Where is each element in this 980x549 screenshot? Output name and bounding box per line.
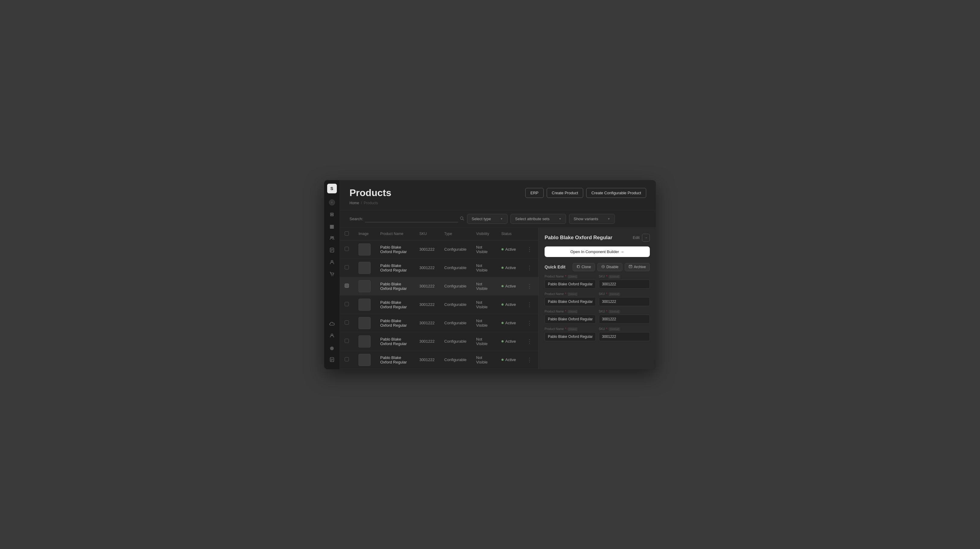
select-all-header bbox=[340, 228, 354, 240]
sku-input[interactable] bbox=[599, 297, 650, 306]
product-name-field: Product Name * [Store] bbox=[544, 310, 596, 324]
breadcrumb-home[interactable]: Home bbox=[350, 201, 359, 205]
sidebar-item-profile[interactable] bbox=[326, 331, 337, 342]
product-thumbnail bbox=[358, 317, 371, 329]
person-icon bbox=[330, 260, 334, 266]
toolbar: Search: Select type ▼ Select attribute s… bbox=[340, 210, 656, 228]
table-row: Pablo Blake Oxford Regular 3001222 Confi… bbox=[340, 350, 538, 369]
sidebar-item-cart[interactable] bbox=[326, 269, 337, 280]
select-attribute-sets-dropdown[interactable]: Select attribute sets ▼ bbox=[511, 214, 566, 224]
svg-line-15 bbox=[463, 219, 464, 220]
status-text: Active bbox=[505, 339, 516, 344]
store-scope-tag: [Store] bbox=[568, 310, 578, 313]
row-checkbox[interactable] bbox=[345, 339, 349, 343]
grid-icon: ⊞ bbox=[330, 212, 334, 217]
required-indicator: * bbox=[606, 275, 607, 278]
sidebar-item-grid[interactable]: ⊞ bbox=[326, 209, 337, 220]
sidebar-item-person[interactable] bbox=[326, 257, 337, 268]
page-title: Products bbox=[350, 187, 391, 199]
row-more-actions-button[interactable]: ⋮ bbox=[526, 282, 533, 291]
sidebar-item-users[interactable] bbox=[326, 233, 337, 244]
panel-navigate-button[interactable]: → bbox=[642, 234, 650, 242]
panel-title: Pablo Blake Oxford Regular bbox=[544, 235, 612, 241]
required-indicator: * bbox=[606, 310, 607, 313]
select-all-checkbox[interactable] bbox=[345, 231, 349, 236]
sidebar-item-reports[interactable] bbox=[326, 355, 337, 366]
product-name-input[interactable] bbox=[544, 315, 596, 324]
row-actions-cell: ⋮ bbox=[521, 350, 538, 369]
sku-input[interactable] bbox=[599, 280, 650, 289]
create-product-button[interactable]: Create Product bbox=[547, 188, 583, 198]
svg-rect-16 bbox=[578, 266, 579, 268]
svg-point-7 bbox=[331, 275, 332, 276]
sidebar-item-cloud[interactable] bbox=[326, 318, 337, 329]
sidebar-item-dashboard[interactable]: ▦ bbox=[326, 221, 337, 232]
disable-button[interactable]: Disable bbox=[597, 263, 622, 271]
visibility-column-header: Visibility bbox=[471, 228, 496, 240]
clone-button[interactable]: Clone bbox=[573, 263, 595, 271]
status-dot bbox=[501, 340, 504, 342]
row-checkbox[interactable] bbox=[345, 247, 349, 251]
product-name-cell: Pablo Blake Oxford Regular bbox=[375, 350, 415, 369]
archive-button[interactable]: Archive bbox=[625, 263, 650, 271]
product-thumbnail bbox=[358, 243, 371, 256]
row-checkbox[interactable] bbox=[345, 283, 349, 288]
product-name-label: Product Name * [Store] bbox=[544, 275, 596, 278]
quick-edit-section: Quick Edit Clone bbox=[544, 263, 650, 341]
sku-cell: 3001222 bbox=[415, 332, 440, 350]
product-name-input[interactable] bbox=[544, 332, 596, 341]
breadcrumb-current: Products bbox=[364, 201, 378, 205]
sku-label: SKU * [Global] bbox=[599, 327, 650, 331]
row-checkbox[interactable] bbox=[345, 302, 349, 306]
row-actions-cell: ⋮ bbox=[521, 240, 538, 258]
global-scope-tag: [Global] bbox=[608, 327, 620, 331]
panel-edit-link[interactable]: Edit bbox=[633, 235, 640, 240]
sidebar-item-documents[interactable] bbox=[326, 245, 337, 256]
quick-edit-title: Quick Edit bbox=[544, 264, 565, 269]
status-text: Active bbox=[505, 302, 516, 307]
create-configurable-button[interactable]: Create Configurable Product bbox=[586, 188, 646, 198]
search-input[interactable] bbox=[365, 215, 458, 222]
products-table: Image Product Name SKU Type Visibility S… bbox=[340, 228, 538, 369]
sidebar-toggle[interactable]: ⬤ bbox=[326, 343, 337, 353]
row-checkbox[interactable] bbox=[345, 265, 349, 269]
cloud-icon bbox=[329, 321, 335, 327]
row-more-actions-button[interactable]: ⋮ bbox=[526, 300, 533, 309]
document-icon bbox=[330, 248, 334, 254]
users-icon bbox=[329, 236, 334, 242]
row-more-actions-button[interactable]: ⋮ bbox=[526, 355, 533, 364]
product-image-cell bbox=[354, 314, 375, 332]
chevron-down-icon: ▼ bbox=[558, 217, 562, 221]
product-image-cell bbox=[354, 240, 375, 258]
product-image-cell bbox=[354, 295, 375, 314]
status-column-header: Status bbox=[496, 228, 521, 240]
sku-field: SKU * [Global] bbox=[599, 275, 650, 289]
product-name-cell: Pablo Blake Oxford Regular bbox=[375, 314, 415, 332]
status-text: Active bbox=[505, 321, 516, 325]
toggle-icon: ⬤ bbox=[330, 346, 334, 350]
row-checkbox[interactable] bbox=[345, 357, 349, 361]
product-name-input[interactable] bbox=[544, 297, 596, 306]
product-name-label: Product Name * [Store] bbox=[544, 310, 596, 313]
row-checkbox[interactable] bbox=[345, 320, 349, 325]
row-more-actions-button[interactable]: ⋮ bbox=[526, 263, 533, 272]
open-component-builder-button[interactable]: Open In Component Builder → bbox=[544, 247, 650, 257]
visibility-cell: Not Visible bbox=[471, 277, 496, 295]
search-icon[interactable] bbox=[460, 216, 464, 221]
select-type-dropdown[interactable]: Select type ▼ bbox=[467, 214, 508, 224]
quick-edit-actions: Clone Disable bbox=[573, 263, 650, 271]
chevron-down-icon: ▼ bbox=[500, 217, 503, 221]
product-name-cell: Pablo Blake Oxford Regular bbox=[375, 295, 415, 314]
sku-input[interactable] bbox=[599, 315, 650, 324]
sidebar-collapse-button[interactable]: › bbox=[329, 199, 335, 205]
erp-button[interactable]: ERP bbox=[525, 188, 544, 198]
product-name-input[interactable] bbox=[544, 280, 596, 289]
sku-field: SKU * [Global] bbox=[599, 292, 650, 306]
row-more-actions-button[interactable]: ⋮ bbox=[526, 337, 533, 346]
reports-icon bbox=[330, 357, 334, 363]
row-more-actions-button[interactable]: ⋮ bbox=[526, 245, 533, 254]
row-more-actions-button[interactable]: ⋮ bbox=[526, 318, 533, 328]
sku-input[interactable] bbox=[599, 332, 650, 341]
show-variants-dropdown[interactable]: Show variants ▼ bbox=[569, 214, 615, 224]
required-indicator: * bbox=[565, 275, 566, 278]
